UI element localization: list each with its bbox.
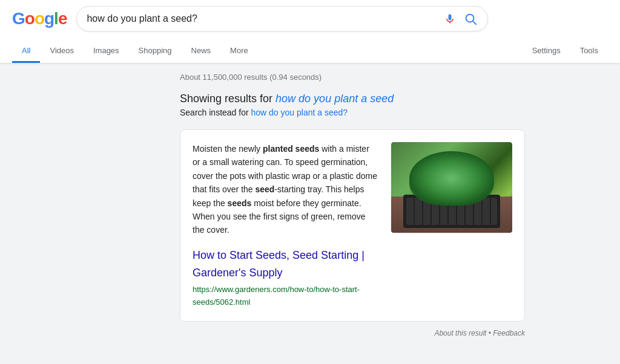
logo-e: e — [58, 9, 67, 28]
logo-g2: g — [44, 9, 54, 28]
nav-tabs: All Videos Images Shopping News More Set… — [12, 37, 608, 63]
result-text: Moisten the newly planted seeds with a m… — [193, 142, 379, 309]
showing-results-prefix: Showing results for — [180, 93, 275, 105]
showing-results: Showing results for how do you plant a s… — [180, 93, 525, 105]
tab-all[interactable]: All — [12, 40, 40, 63]
result-url: https://www.gardeners.com/how-to/how-to-… — [193, 284, 379, 309]
tab-images[interactable]: Images — [84, 40, 129, 63]
tab-more[interactable]: More — [220, 40, 258, 63]
logo-o2: o — [35, 9, 44, 28]
svg-line-1 — [473, 21, 477, 24]
content: About 11,500,000 results (0.94 seconds) … — [83, 63, 537, 347]
google-logo: Google — [12, 9, 67, 28]
results-count: About 11,500,000 results (0.94 seconds) — [180, 73, 525, 82]
header-top: Google — [12, 6, 608, 37]
tab-settings[interactable]: Settings — [523, 40, 570, 63]
tab-news[interactable]: News — [182, 40, 221, 63]
about-result: About this result • Feedback — [180, 329, 525, 337]
result-image — [391, 142, 512, 233]
plant-photo — [391, 142, 512, 233]
search-bar — [76, 6, 488, 31]
search-instead-prefix: Search instead for — [180, 108, 251, 117]
showing-results-query-link[interactable]: how do you plant a seed — [275, 93, 394, 105]
search-instead-query-link[interactable]: how do you plant a seed? — [251, 108, 348, 117]
result-card: Moisten the newly planted seeds with a m… — [180, 129, 525, 322]
nav-right: Settings Tools — [523, 40, 608, 63]
seedling-tray — [403, 195, 500, 228]
tab-shopping[interactable]: Shopping — [129, 40, 182, 63]
logo-l: l — [54, 9, 58, 28]
search-button[interactable] — [463, 11, 478, 26]
logo-g: G — [12, 9, 25, 28]
result-description: Moisten the newly planted seeds with a m… — [193, 142, 379, 237]
header: Google All Videos — [0, 0, 620, 63]
search-input[interactable] — [87, 13, 444, 24]
logo-o1: o — [25, 9, 35, 28]
mic-icon[interactable] — [444, 13, 456, 25]
tab-tools[interactable]: Tools — [570, 40, 608, 63]
result-link-title[interactable]: How to Start Seeds, Seed Starting | Gard… — [193, 247, 379, 282]
tab-videos[interactable]: Videos — [40, 40, 84, 63]
search-instead: Search instead for how do you plant a se… — [180, 108, 525, 117]
search-icons — [444, 11, 478, 26]
about-result-link[interactable]: About this result • Feedback — [434, 329, 525, 337]
